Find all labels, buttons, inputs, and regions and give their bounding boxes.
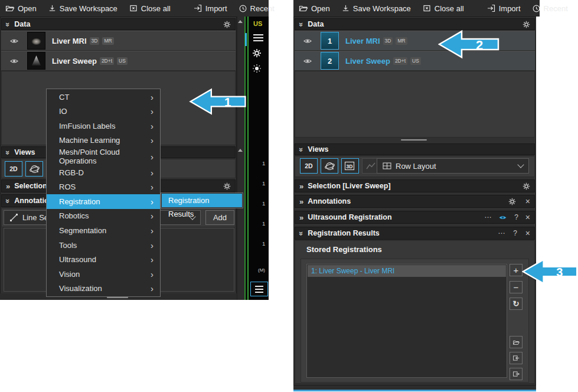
open-button[interactable]: Open [5, 4, 37, 13]
load-registrations-button[interactable] [510, 336, 523, 348]
dataset-number: 2 [328, 57, 332, 66]
annotations-section-header[interactable]: » Annotations × [295, 195, 535, 208]
chevron-right-icon: › [151, 211, 154, 221]
menu-item-visualization[interactable]: Visualization› [47, 281, 160, 296]
ruler-tick-label: 1 [262, 240, 265, 247]
import-label: Import [499, 4, 521, 13]
menu-item-rgb-d[interactable]: RGB-D› [47, 165, 160, 180]
import-button[interactable]: Import [193, 4, 227, 13]
menu-item-segmentation[interactable]: Segmentation› [47, 223, 160, 238]
ultrasound-registration-section-header[interactable]: » Ultrasound Registration ⋯ ? × [295, 211, 535, 224]
close-all-button[interactable]: Close all [422, 4, 464, 13]
gear-icon[interactable] [223, 21, 231, 28]
save-workspace-button[interactable]: Save Workspace [48, 4, 117, 13]
help-icon[interactable]: ? [513, 230, 517, 237]
refresh-registration-button[interactable]: ↻ [510, 298, 523, 310]
visibility-eye-icon[interactable] [1, 58, 27, 64]
help-icon[interactable]: ? [514, 214, 518, 221]
import-button[interactable]: Import [486, 4, 521, 13]
menu-item-ros[interactable]: ROS› [47, 180, 160, 195]
dataset-thumbnail [27, 32, 45, 50]
close-all-button[interactable]: Close all [129, 4, 171, 13]
menu-item-label: Segmentation [59, 226, 106, 235]
stored-registration-item[interactable]: 1: Liver Sweep - Liver MRI [308, 265, 506, 277]
registration-results-section-header[interactable]: » Registration Results ⋯ ? × [295, 227, 535, 240]
export-registrations-button[interactable] [510, 368, 523, 380]
dataset-thumbnail-numbered: 2 [321, 52, 339, 70]
overflow-menu-icon[interactable]: ⋯ [498, 230, 505, 237]
views-section-header[interactable]: » Views [295, 143, 535, 155]
visibility-eye-icon[interactable] [295, 38, 321, 44]
gear-icon[interactable] [523, 182, 530, 190]
mode-label: (M) [258, 267, 265, 273]
add-registration-button[interactable]: + [510, 264, 523, 276]
dataset-number: 1 [328, 37, 332, 45]
menu-item-io[interactable]: IO› [47, 104, 160, 119]
open-button[interactable]: Open [299, 4, 330, 13]
panel-scrollbar[interactable] [237, 17, 244, 300]
menu-item-label: Vision [59, 270, 80, 279]
view-menu-box[interactable] [250, 282, 268, 296]
data-row-liver-sweep[interactable]: Liver Sweep 2D+t US [1, 51, 236, 71]
recent-button[interactable]: Recent [239, 4, 275, 13]
close-icon[interactable]: × [525, 229, 530, 237]
visibility-eye-icon[interactable] [295, 58, 321, 64]
close-icon[interactable]: × [525, 213, 530, 221]
stored-registrations-list[interactable]: 1: Liver Sweep - Liver MRI [306, 264, 507, 378]
menu-item-robotics[interactable]: Robotics› [47, 209, 160, 224]
menu-item-vision[interactable]: Vision› [47, 267, 160, 282]
menu-item-ultrasound[interactable]: Ultrasound› [47, 252, 160, 267]
menu-item-machine-learning[interactable]: Machine Learning› [47, 133, 160, 148]
chevron-right-icon: › [151, 283, 154, 293]
gear-icon[interactable] [223, 182, 231, 190]
menu-item-ct[interactable]: CT› [47, 90, 160, 104]
viewer-menu-icon[interactable] [253, 34, 263, 41]
chevron-expanded-icon: » [4, 22, 12, 26]
box-arrow-in-icon [512, 354, 520, 362]
import-registrations-button[interactable] [510, 352, 523, 364]
viewer-gear-icon[interactable] [252, 48, 262, 58]
data-row-liver-mri[interactable]: Liver MRI 3D MR [1, 31, 236, 51]
submenu-item-registration-results[interactable]: Registration Results [162, 194, 242, 207]
clock-icon [239, 4, 247, 13]
gear-icon[interactable] [523, 21, 530, 28]
selection-section-header[interactable]: » Selection [Liver Sweep] [295, 179, 535, 192]
main-toolbar: Open Save Workspace Close all Import Rec… [0, 0, 269, 17]
layout-select[interactable]: Row Layout [377, 158, 529, 174]
splitter-handle[interactable] [401, 139, 427, 141]
remove-registration-button[interactable]: − [510, 281, 523, 293]
view-orbit-button[interactable] [25, 161, 43, 177]
selection-header-label: Selection [14, 182, 47, 190]
menu-item-label: RGB-D [59, 168, 84, 177]
open-folder-icon [299, 4, 308, 13]
menu-item-mesh-point-cloud[interactable]: Mesh/Point Cloud Operations› [47, 148, 160, 165]
view-orbit-button[interactable] [321, 158, 338, 174]
add-annotation-button[interactable]: Add [205, 210, 234, 225]
ruler-tick-label: 1 [262, 180, 265, 187]
brightness-icon[interactable] [252, 64, 262, 73]
menu-item-tools[interactable]: Tools› [47, 238, 160, 253]
chevron-right-icon: › [151, 135, 154, 145]
data-header-label: Data [308, 20, 324, 28]
data-section-header[interactable]: » Data [1, 18, 236, 30]
gear-icon[interactable] [508, 198, 516, 205]
visibility-eye-icon-active[interactable] [498, 214, 507, 221]
view-3d-button[interactable]: 3D [341, 158, 359, 174]
views-header-label: Views [14, 148, 35, 156]
scroll-up-arrow-icon[interactable] [238, 149, 243, 152]
chevron-right-icon: › [151, 168, 154, 178]
right-screenshot: Open Save Workspace Close all Import Rec… [293, 0, 540, 391]
overflow-menu-icon[interactable]: ⋯ [484, 214, 491, 221]
view-2d-button[interactable]: 2D [5, 161, 22, 177]
menu-item-imfusion-labels[interactable]: ImFusion Labels› [47, 119, 160, 133]
view-2d-button[interactable]: 2D [300, 158, 318, 174]
viewer-scrollbar-thumb[interactable] [245, 33, 247, 46]
save-workspace-button[interactable]: Save Workspace [341, 4, 411, 13]
recent-button[interactable]: Recent [532, 4, 568, 13]
close-icon[interactable]: × [525, 197, 530, 205]
menu-item-registration[interactable]: Registration› [47, 194, 160, 209]
visibility-eye-icon[interactable] [1, 38, 27, 44]
line-segment-icon [9, 213, 18, 222]
refresh-icon: ↻ [513, 299, 520, 308]
scroll-up-arrow-icon[interactable] [238, 20, 243, 23]
